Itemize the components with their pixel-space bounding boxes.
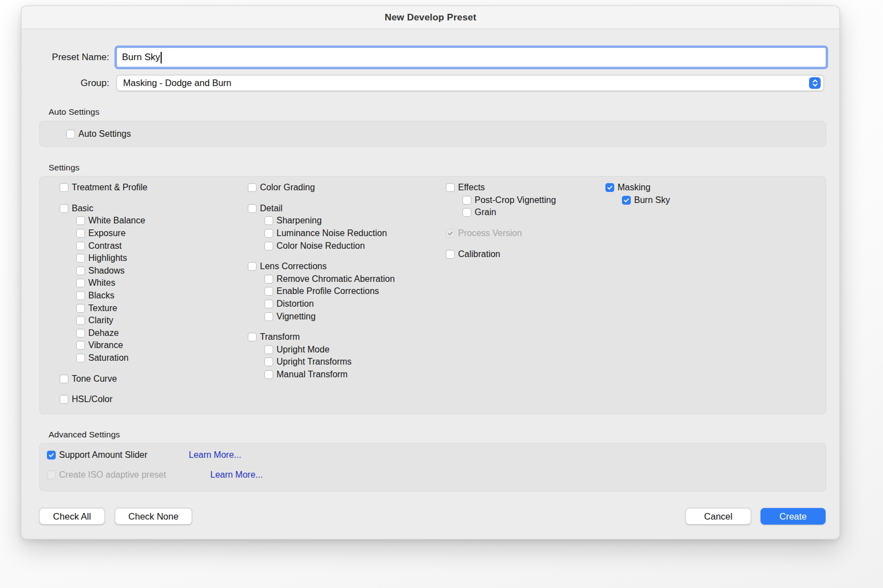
checkbox-vignetting[interactable] [264,312,273,321]
checkbox-blacks[interactable] [76,291,85,300]
checkbox-luminance-noise-reduction[interactable] [264,229,273,238]
check-row: Luminance Noise Reduction [264,227,395,240]
settings-group: Calibration [446,248,556,260]
check-row: Upright Transforms [264,356,395,368]
check-row: Whites [76,277,147,290]
checkbox-exposure[interactable] [76,229,85,238]
checkbox-manual-transform[interactable] [264,370,273,379]
checkmark-icon [607,184,613,191]
checkbox-label: Post-Crop Vignetting [475,195,556,205]
checkbox-lens-corrections[interactable] [248,262,257,271]
checkbox-tone-curve[interactable] [60,375,68,383]
check-row: Enable Profile Corrections [264,285,395,298]
check-row: Clarity [76,314,147,327]
checkbox-upright-mode[interactable] [264,345,273,354]
check-row: Vibrance [76,339,147,352]
dialog-titlebar: New Develop Preset [22,6,839,29]
checkbox-hsl-color[interactable] [60,395,68,404]
checkbox-label: Texture [88,303,117,313]
learn-more-link[interactable]: Learn More... [210,470,263,480]
checkbox-effects[interactable] [446,183,455,192]
checkbox-auto-settings[interactable] [66,130,75,138]
check-row: Sharpening [264,215,395,227]
checkbox-label: Whites [88,278,115,288]
checkbox-label: Remove Chromatic Aberration [276,274,395,284]
checkbox-basic[interactable] [60,204,68,213]
checkbox-texture[interactable] [76,304,85,313]
check-none-button[interactable]: Check None [115,508,192,525]
settings-group: HSL/Color [60,393,147,406]
checkbox-label: Highlights [88,253,127,263]
advanced-row: Support Amount SliderLearn More... [47,449,826,462]
settings-column-2: Color GradingDetailSharpeningLuminance N… [248,181,395,381]
group-dropdown[interactable]: Masking - Dodge and Burn [116,75,824,91]
checkbox-label: Dehaze [88,328,119,338]
settings-group: Process Version [446,227,556,240]
checkbox-label: Color Noise Reduction [276,241,365,251]
checkbox-contrast[interactable] [76,242,85,250]
check-row: Transform [248,331,395,344]
checkbox-color-noise-reduction[interactable] [264,242,273,250]
checkbox-vibrance[interactable] [76,341,85,350]
checkbox-label: Exposure [88,228,126,238]
check-row: Highlights [76,252,147,265]
checkbox-grain[interactable] [462,208,471,217]
advanced-row: Create ISO adaptive presetLearn More... [47,469,826,482]
checkbox-highlights[interactable] [76,254,85,263]
check-row: Texture [76,302,147,314]
checkbox-color-grading[interactable] [248,183,257,192]
checkbox-upright-transforms[interactable] [264,357,273,366]
check-row: Exposure [76,227,147,240]
checkmark-icon [48,452,55,458]
checkbox-label: Vibrance [88,340,123,350]
checkbox-shadows[interactable] [76,266,85,275]
checkbox-process-version [446,229,455,238]
checkbox-enable-profile-corrections[interactable] [264,287,273,296]
checkbox-remove-chromatic-aberration[interactable] [264,275,273,284]
advanced-settings-panel: Support Amount SliderLearn More...Create… [39,443,826,491]
checkbox-sharpening[interactable] [264,216,273,225]
create-button[interactable]: Create [760,508,826,525]
checkbox-detail[interactable] [248,204,257,213]
checkbox-label: Upright Transforms [276,357,352,367]
check-row: Basic [60,202,147,215]
checkbox-label: Lens Corrections [260,261,327,271]
cancel-button[interactable]: Cancel [685,508,751,525]
checkbox-label: Process Version [458,228,522,238]
checkbox-transform[interactable] [248,333,257,341]
checkbox-calibration[interactable] [446,250,455,259]
checkbox-label: Distortion [276,299,314,309]
preset-name-input[interactable]: Burn Sky [116,47,826,67]
check-row: Dehaze [76,327,147,340]
checkbox-support-amount-slider[interactable] [47,451,56,459]
check-row: HSL/Color [60,393,147,406]
checkbox-label: Effects [458,183,485,193]
checkbox-label: Create ISO adaptive preset [59,470,166,480]
checkbox-post-crop-vignetting[interactable] [462,196,471,205]
settings-group: Tone Curve [60,372,147,385]
checkbox-masking[interactable] [605,183,614,192]
checkbox-treatment-profile[interactable] [60,183,68,192]
checkbox-label: Luminance Noise Reduction [276,228,387,238]
advanced-settings-heading: Advanced Settings [49,430,120,440]
check-all-button[interactable]: Check All [39,508,105,525]
checkmark-icon [447,230,454,237]
checkbox-label: Color Grading [260,183,315,193]
checkbox-whites[interactable] [76,279,85,287]
check-row: Upright Mode [264,344,395,356]
checkbox-saturation[interactable] [76,354,85,362]
checkbox-label: Masking [618,183,651,193]
learn-more-link[interactable]: Learn More... [189,450,241,460]
checkbox-white-balance[interactable] [76,216,85,225]
settings-panel: Treatment & ProfileBasicWhite BalanceExp… [39,176,826,414]
settings-column-3: EffectsPost-Crop VignettingGrainProcess … [446,181,556,260]
checkbox-distortion[interactable] [264,300,273,308]
preset-name-value: Burn Sky [122,52,160,63]
checkbox-label: Tone Curve [72,374,117,384]
checkbox-label: Clarity [88,316,113,325]
check-row: Burn Sky [622,194,670,207]
checkbox-burn-sky[interactable] [622,196,631,205]
checkbox-dehaze[interactable] [76,329,85,338]
checkbox-clarity[interactable] [76,316,85,325]
settings-group: Treatment & Profile [60,181,147,194]
